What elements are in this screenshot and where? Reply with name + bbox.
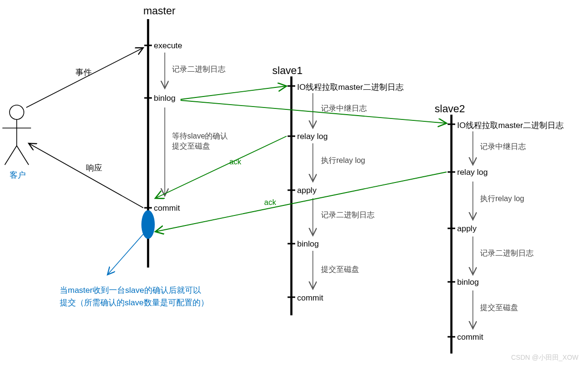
master-arrow-recbin: 记录二进制日志 [172,64,225,75]
slave2-arrow-execrelay: 执行relay log [480,194,524,204]
slave2-title: slave2 [435,103,465,115]
slave2-step-relay: relay log [457,168,488,177]
master-step-commit: commit [154,204,180,213]
arrow-note [107,234,143,275]
slave2-arrow-recbin: 记录二进制日志 [480,248,534,258]
svg-line-3 [5,146,17,165]
slave2-arrow-recrelay: 记录中继日志 [480,142,526,152]
slave2-step-apply: apply [457,224,477,234]
label-ack-1: ack [229,158,241,166]
slave1-step-io: IO线程拉取master二进制日志 [297,82,404,93]
master-step-binlog: binlog [154,94,175,103]
slave1-step-commit: commit [297,293,323,303]
commit-note: 当master收到一台slave的确认后就可以 提交（所需确认的slave数量是… [60,284,213,310]
slave1-step-binlog: binlog [297,239,319,249]
master-title: master [143,5,175,17]
watermark: CSDN @小田田_XOW [511,354,578,362]
slave1-title: slave1 [272,64,303,77]
master-arrow-wait2: 提交至磁盘 [172,141,210,151]
arrow-binlog-to-slave2 [181,100,447,123]
note-line-2: 提交（所需确认的slave数量是可配置的） [60,298,209,307]
slave1-step-apply: apply [297,186,317,195]
slave1-arrow-recrelay: 记录中继日志 [321,104,367,114]
arrow-response [29,143,143,208]
slave1-step-relay: relay log [297,132,328,141]
slave2-step-io: IO线程拉取master二进制日志 [457,120,564,131]
note-line-1: 当master收到一台slave的确认后就可以 [60,286,201,295]
slave2-arrow-todisk: 提交至磁盘 [480,303,518,313]
arrow-binlog-to-slave1 [181,86,287,99]
slave1-arrow-execrelay: 执行relay log [321,156,365,166]
arrow-ack-slave2 [155,172,447,232]
slave1-arrow-recbin: 记录二进制日志 [321,210,374,220]
master-step-execute: execute [154,41,182,51]
label-ack-2: ack [264,198,276,207]
actor-icon [2,105,31,165]
master-arrow-wait1: 等待slave的确认 [172,131,228,141]
svg-line-4 [17,146,29,165]
svg-point-0 [10,105,24,119]
slave2-step-binlog: binlog [457,278,479,287]
commit-highlight [141,210,155,239]
label-response: 响应 [86,162,102,173]
actor-label: 客户 [10,170,26,181]
slave1-arrow-todisk: 提交至磁盘 [321,265,359,275]
slave2-step-commit: commit [457,333,483,342]
label-event: 事件 [75,67,92,78]
